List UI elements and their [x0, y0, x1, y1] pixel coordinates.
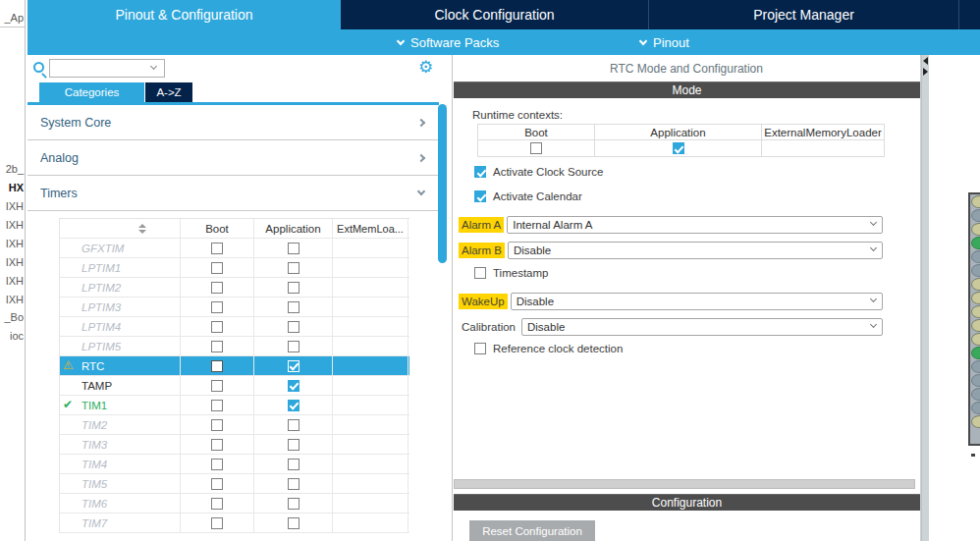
application-checkbox[interactable]: [288, 282, 299, 294]
table-row[interactable]: TIM5: [60, 474, 409, 494]
boot-checkbox[interactable]: [211, 380, 223, 392]
activate-calendar-checkbox[interactable]: [474, 190, 486, 202]
activate-clock-source-row: Activate Clock Source: [474, 166, 604, 178]
file-tree-fragment[interactable]: IXH: [0, 275, 24, 288]
alarm-a-label: Alarm A: [459, 217, 504, 233]
runtime-extmemloader-cell: [762, 140, 885, 157]
table-row-tim1[interactable]: ✔TIM1: [60, 396, 409, 415]
tab-pinout-configuration[interactable]: Pinout & Configuration: [27, 0, 341, 29]
application-checkbox[interactable]: [288, 459, 299, 470]
runtime-header-row: Boot Application ExternalMemoryLoader: [477, 124, 885, 140]
boot-checkbox[interactable]: [211, 360, 223, 372]
boot-checkbox[interactable]: [211, 439, 223, 451]
chip-pin: [971, 374, 980, 387]
chevron-down-icon: [870, 295, 877, 301]
timestamp-row: Timestamp: [474, 267, 548, 279]
subnav-software-packs[interactable]: Software Packs: [398, 29, 499, 55]
table-row[interactable]: TIM2: [60, 415, 409, 435]
file-tree-fragment[interactable]: IXH: [0, 200, 24, 213]
category-analog[interactable]: Analog: [27, 140, 438, 176]
chevron-down-icon[interactable]: [150, 63, 157, 70]
table-row[interactable]: LPTIM1: [60, 258, 409, 278]
boot-checkbox[interactable]: [211, 517, 223, 529]
table-row[interactable]: TIM4: [60, 455, 409, 474]
application-checkbox[interactable]: [288, 380, 299, 392]
application-checkbox[interactable]: [288, 243, 299, 254]
search-input[interactable]: [52, 61, 145, 76]
table-row[interactable]: TIM3: [60, 435, 409, 455]
file-tree-fragment[interactable]: 2b_: [0, 163, 24, 176]
table-row[interactable]: LPTIM5: [60, 337, 409, 356]
search-combobox[interactable]: [49, 59, 165, 78]
boot-checkbox[interactable]: [211, 419, 223, 431]
collapse-left-arrow-icon[interactable]: [923, 57, 928, 65]
file-tree-fragment[interactable]: IXH: [0, 219, 24, 232]
tab-project-manager[interactable]: Project Manager: [649, 0, 959, 29]
calibration-select[interactable]: Disable: [521, 318, 883, 336]
application-checkbox[interactable]: [288, 517, 299, 529]
alarm-a-select[interactable]: Internal Alarm A: [507, 216, 883, 234]
table-row[interactable]: LPTIM2: [60, 278, 409, 298]
application-checkbox[interactable]: [288, 439, 299, 451]
boot-checkbox[interactable]: [211, 459, 223, 470]
horizontal-scrollbar[interactable]: [454, 479, 915, 489]
chip-pin: [971, 347, 980, 359]
timestamp-label: Timestamp: [493, 267, 548, 279]
boot-checkbox[interactable]: [211, 478, 223, 490]
boot-checkbox[interactable]: [211, 262, 223, 274]
application-checkbox[interactable]: [288, 321, 299, 333]
reset-configuration-button[interactable]: Reset Configuration: [469, 520, 595, 541]
file-tree-fragment[interactable]: _Bo: [0, 311, 24, 324]
application-checkbox[interactable]: [288, 341, 299, 352]
table-row-rtc[interactable]: ⚠RTC: [60, 356, 409, 376]
boot-checkbox[interactable]: [211, 282, 223, 294]
alarm-b-select[interactable]: Disable: [508, 242, 883, 259]
table-row[interactable]: GFXTIM: [60, 239, 409, 258]
application-checkbox[interactable]: [288, 419, 299, 431]
boot-checkbox[interactable]: [211, 301, 223, 313]
table-row[interactable]: TIM7: [60, 514, 409, 533]
application-checkbox[interactable]: [288, 262, 299, 274]
file-tree-fragment[interactable]: IXH: [0, 256, 24, 269]
application-checkbox[interactable]: [288, 400, 299, 411]
runtime-extmemloader-header: ExternalMemoryLoader: [762, 124, 885, 140]
gear-icon[interactable]: ⚙: [418, 57, 433, 77]
boot-checkbox[interactable]: [211, 341, 223, 352]
table-row[interactable]: LPTIM3: [60, 298, 409, 317]
timestamp-checkbox[interactable]: [474, 267, 486, 279]
table-header-row: Boot Application ExtMemLoa...: [60, 219, 409, 239]
tab-categories[interactable]: Categories: [39, 82, 144, 102]
subnav-pinout-label: Pinout: [653, 35, 689, 50]
subnav-pinout[interactable]: Pinout: [640, 29, 689, 55]
category-timers[interactable]: Timers: [27, 176, 438, 211]
collapse-right-arrow-icon[interactable]: [923, 68, 928, 76]
boot-checkbox[interactable]: [211, 498, 223, 510]
table-row[interactable]: TIM6: [60, 494, 409, 514]
activate-clock-source-checkbox[interactable]: [474, 166, 486, 178]
vertical-scrollbar[interactable]: [921, 55, 929, 541]
file-tree-fragment[interactable]: IXH: [0, 238, 24, 250]
reference-clock-checkbox[interactable]: [474, 343, 486, 354]
chip-pinout-sliver[interactable]: [968, 192, 980, 446]
application-checkbox[interactable]: [288, 498, 299, 510]
file-tree-fragment[interactable]: IXH: [0, 294, 24, 306]
tab-clock-configuration[interactable]: Clock Configuration: [341, 0, 649, 29]
left-panel-scrollbar[interactable]: [438, 104, 447, 263]
tab-a-to-z[interactable]: A->Z: [145, 82, 192, 102]
category-system-core[interactable]: System Core: [27, 105, 438, 140]
application-checkbox[interactable]: [288, 478, 299, 490]
table-row[interactable]: TAMP: [60, 376, 409, 396]
wakeup-select[interactable]: Disable: [511, 293, 883, 310]
runtime-application-checkbox[interactable]: [673, 142, 684, 154]
file-tree-fragment[interactable]: ioc: [0, 330, 24, 343]
application-checkbox[interactable]: [288, 360, 299, 372]
sort-icon[interactable]: [138, 224, 146, 234]
file-tree-fragment[interactable]: HX: [0, 182, 24, 194]
application-checkbox[interactable]: [288, 301, 299, 313]
boot-checkbox[interactable]: [211, 243, 223, 254]
boot-checkbox[interactable]: [211, 321, 223, 333]
file-tree-fragment[interactable]: _Ap: [0, 12, 24, 25]
table-row[interactable]: LPTIM4: [60, 317, 409, 337]
boot-checkbox[interactable]: [211, 400, 223, 411]
runtime-boot-checkbox[interactable]: [530, 142, 542, 154]
